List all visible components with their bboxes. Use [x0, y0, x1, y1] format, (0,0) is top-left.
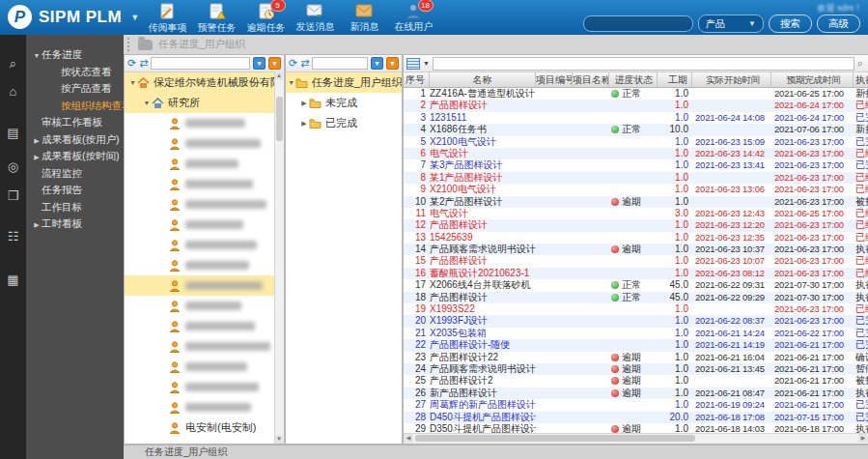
sidebar-item-按产品查看[interactable]: 按产品查看: [26, 80, 124, 98]
col-header-实际开始时间[interactable]: 实际开始时间: [692, 72, 771, 87]
col-header-项目编号[interactable]: 项目编号: [536, 72, 573, 87]
scroll-up-icon[interactable]: ▲: [275, 72, 283, 80]
table-row[interactable]: 11电气设计3.02021-06-23 12:432021-06-25 17:0…: [404, 208, 868, 219]
column-settings-icon[interactable]: [406, 58, 420, 70]
sync-icon[interactable]: ⇄: [300, 58, 309, 69]
tree-row[interactable]: [125, 255, 284, 275]
tree-row[interactable]: [125, 215, 284, 235]
table-row[interactable]: 23产品图样设计22逾期1.02021-06-21 16:042021-06-2…: [404, 352, 868, 363]
col-header-序号[interactable]: 序号: [404, 72, 430, 87]
tree-row[interactable]: [125, 235, 284, 255]
tree-row[interactable]: 电安制(电安制): [125, 417, 284, 438]
table-row[interactable]: 18产品图样设计正常45.02021-06-22 09:292021-07-30…: [404, 292, 868, 303]
col-header-名称[interactable]: 名称: [430, 72, 536, 87]
drag-handle[interactable]: [127, 38, 132, 51]
expander-down-icon[interactable]: ▼: [128, 79, 137, 86]
app-logo[interactable]: P SIPM PLM ▼: [8, 5, 139, 29]
scroll-down-icon[interactable]: ▼: [275, 435, 283, 444]
tree-row[interactable]: ▶未完成: [286, 93, 402, 113]
table-row[interactable]: 20X1993FJ设计1.02021-06-22 08:372021-06-23…: [404, 315, 868, 327]
table-row[interactable]: 22产品图样设计-随便1.02021-06-21 14:192021-06-21…: [404, 339, 868, 351]
filter-icon[interactable]: ▼: [386, 57, 399, 70]
task-tree-filter-input[interactable]: [312, 57, 368, 70]
tree-row[interactable]: [125, 133, 284, 154]
expander-right-icon[interactable]: ▶: [299, 120, 309, 128]
chat-icon[interactable]: ☷: [0, 229, 26, 244]
table-row[interactable]: 17X2066线4台并联落砂机正常45.02021-06-22 09:31202…: [404, 279, 868, 291]
sidebar-item-成果看板(按时间)[interactable]: ▶成果看板(按时间): [26, 148, 124, 165]
grid-icon[interactable]: ▦: [0, 273, 26, 287]
expander-down-icon[interactable]: ▼: [288, 79, 295, 86]
table-row[interactable]: 16蓄酸瓶设计20210623-11.02021-06-23 08:122021…: [404, 268, 868, 279]
org-tree-scrollbar[interactable]: ▲ ▼: [274, 72, 284, 444]
database-icon[interactable]: ▤: [0, 126, 26, 140]
tree-row[interactable]: [125, 275, 284, 296]
sidebar-item-按组织结构查看[interactable]: 按组织结构查看: [26, 98, 124, 115]
logo-chevron-down-icon[interactable]: ▼: [130, 13, 139, 22]
toolbar-button-预警任务[interactable]: 预警任务: [192, 2, 241, 34]
table-row[interactable]: 1ZZ416A-普通造型机设计正常1.02021-06-25 17:00新接收: [404, 88, 868, 100]
table-row[interactable]: 4X1686任务书正常10.02021-07-06 17:00新接收: [404, 124, 868, 135]
scrollbar-thumb[interactable]: [415, 435, 695, 442]
table-row[interactable]: 7某3产品图样设计1.02021-06-23 13:412021-06-23 1…: [404, 159, 868, 171]
table-row[interactable]: 25产品图样设计2逾期1.02021-06-21 17:00被拒绝: [404, 375, 868, 387]
toolbar-button-传阅事项[interactable]: 传阅事项: [143, 2, 192, 34]
tree-row[interactable]: [125, 336, 284, 357]
table-scroll-up-icon[interactable]: ▲: [861, 89, 867, 95]
toolbar-button-逾期任务[interactable]: 5逾期任务: [241, 2, 291, 34]
magnifier-icon[interactable]: ⌕: [857, 57, 863, 70]
expander-down-icon[interactable]: ▼: [142, 100, 152, 106]
advanced-search-button[interactable]: 高级: [817, 14, 860, 33]
locate-down-icon[interactable]: ▼: [253, 57, 266, 70]
table-row[interactable]: 5X2100电气设计1.02021-06-23 15:092021-06-23 …: [404, 136, 868, 148]
book-icon[interactable]: ❒: [0, 188, 26, 203]
table-row[interactable]: 15产品图样设计1.02021-06-23 10:072021-06-23 17…: [404, 255, 868, 267]
search-category-select[interactable]: 产品 ▼: [698, 14, 764, 33]
refresh-icon[interactable]: ⟳: [127, 58, 136, 69]
table-row[interactable]: 12产品图样设计1.02021-06-23 12:202021-06-23 17…: [404, 219, 868, 231]
tree-row[interactable]: ▼保定维尔铸造机械股份有限公司: [125, 72, 284, 93]
toolbar-button-新消息[interactable]: 新消息: [340, 2, 389, 34]
sidebar-item-工作目标[interactable]: 工作目标: [26, 199, 124, 216]
table-row[interactable]: 21X2035包装箱1.02021-06-21 14:242021-06-22 …: [404, 328, 868, 339]
table-row[interactable]: 6电气设计1.02021-06-23 14:422021-06-23 17:00…: [404, 148, 868, 159]
tree-row[interactable]: [125, 316, 284, 336]
scrollbar-thumb[interactable]: [276, 97, 283, 141]
table-row[interactable]: 312315111.02021-06-24 14:082021-06-24 17…: [404, 112, 868, 124]
sidebar-item-任务进度[interactable]: ▼任务进度: [26, 46, 124, 64]
locate-down-icon[interactable]: ▼: [371, 57, 383, 70]
table-row[interactable]: 10某2产品图样设计逾期1.02021-06-23 17:00被拒绝: [404, 196, 868, 208]
sidebar-item-工时看板[interactable]: ▶工时看板: [26, 215, 124, 233]
table-row[interactable]: 9X2100电气设计1.02021-06-23 13:062021-06-23 …: [404, 184, 868, 195]
home-icon[interactable]: ⌂: [0, 84, 26, 99]
table-row[interactable]: 24产品顾客需求说明书设计逾期1.02021-06-21 13:452021-0…: [404, 363, 868, 375]
table-row[interactable]: 19X1993S221.02021-06-23 17:00已终止: [404, 303, 868, 315]
user-circle-icon[interactable]: ◎: [0, 159, 26, 174]
table-search-input[interactable]: [433, 57, 854, 71]
tree-row[interactable]: [125, 397, 284, 417]
table-row[interactable]: 26新产品图样设计逾期1.02021-06-21 08:472021-06-21…: [404, 387, 868, 399]
filter-icon[interactable]: ▼: [268, 57, 281, 70]
tree-row[interactable]: [125, 174, 284, 194]
tree-row[interactable]: [125, 194, 284, 215]
tab-task-progress-usergroup[interactable]: 任务进度_用户组织: [158, 38, 245, 51]
search-button[interactable]: 搜索: [769, 14, 812, 33]
tree-row[interactable]: [125, 357, 284, 377]
tree-row[interactable]: ▼任务进度_用户组织_部门: [286, 72, 402, 93]
sync-icon[interactable]: ⇄: [139, 58, 148, 69]
tree-row[interactable]: [125, 296, 284, 316]
global-search-input[interactable]: [583, 15, 693, 32]
table-row[interactable]: 14产品顾客需求说明书设计逾期1.02021-06-23 10:372021-0…: [404, 244, 868, 255]
chevron-down-icon[interactable]: ▼: [423, 60, 430, 67]
col-header-项目名称[interactable]: 项目名称: [573, 72, 609, 87]
table-hscrollbar[interactable]: ◀ ▶: [404, 433, 868, 444]
sidebar-item-任务报告[interactable]: 任务报告: [26, 182, 124, 199]
table-row[interactable]: 13154256391.02021-06-23 12:352021-06-23 …: [404, 232, 868, 244]
sidebar-item-成果看板(按用户)[interactable]: ▶成果看板(按用户): [26, 131, 124, 149]
scroll-right-icon[interactable]: ▶: [858, 434, 868, 443]
sidebar-item-按状态查看[interactable]: 按状态查看: [26, 64, 124, 81]
org-tree-filter-input[interactable]: [151, 57, 250, 70]
toolbar-button-在线用户[interactable]: 18在线用户: [389, 2, 438, 34]
tree-row[interactable]: [125, 154, 284, 174]
tree-row[interactable]: [125, 113, 284, 133]
